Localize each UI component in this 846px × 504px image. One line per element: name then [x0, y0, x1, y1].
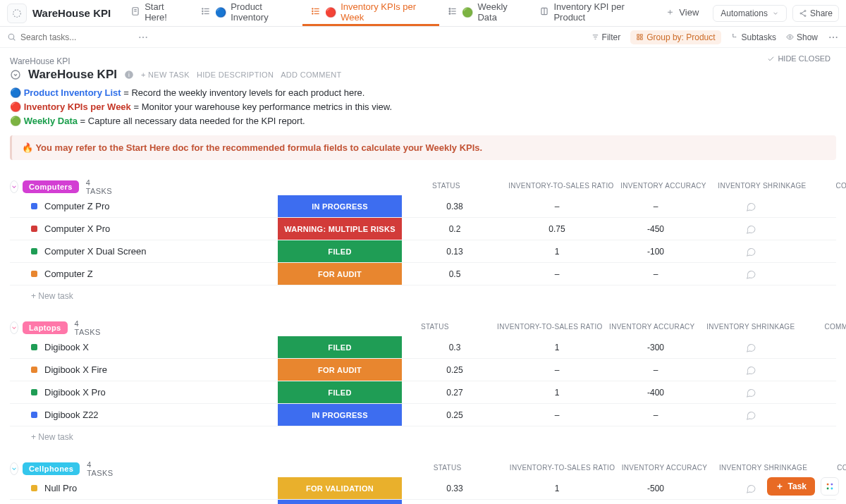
- workspace-title: WareHouse KPI: [32, 7, 111, 19]
- table-row[interactable]: Null ProFOR VALIDATION0.331-500: [10, 477, 836, 500]
- table-row[interactable]: Null miniIN PROGRESS0.5––: [10, 500, 836, 504]
- status-square: [31, 412, 37, 418]
- tab-label: Weekly Data: [477, 1, 522, 23]
- status-square: [31, 485, 37, 491]
- search: [7, 32, 591, 43]
- callout: 🔥 You may refer to the Start Here doc fo…: [10, 135, 836, 160]
- hide-description-button[interactable]: HIDE DESCRIPTION: [197, 70, 274, 79]
- tab-product-inventory[interactable]: 🔵Product Inventory: [192, 0, 302, 26]
- status-cell[interactable]: FOR AUDIT: [278, 263, 402, 285]
- group-by-button[interactable]: Group by: Product: [630, 30, 721, 44]
- comment-button[interactable]: [705, 342, 797, 353]
- task-name: Computer Z: [44, 269, 93, 279]
- table-row[interactable]: Computer X Dual ScreenFILED0.131-100: [10, 240, 836, 263]
- col-comments: COMMENTS: [813, 464, 846, 474]
- group-count: 4 TASKS: [86, 178, 112, 195]
- description-link[interactable]: Weekly Data: [24, 116, 78, 126]
- collapse-icon[interactable]: [10, 69, 21, 80]
- comment-button[interactable]: [705, 223, 797, 235]
- status-cell[interactable]: IN PROGRESS: [278, 404, 402, 426]
- ratio-cell: 0.25: [402, 365, 508, 375]
- add-comment-button[interactable]: ADD COMMENT: [281, 70, 341, 79]
- table-row[interactable]: Digibook Z22IN PROGRESS0.25––: [10, 404, 836, 426]
- tab-weekly-data[interactable]: 🟢Weekly Data: [439, 0, 531, 26]
- col-comments: COMMENTS: [811, 182, 846, 192]
- show-button[interactable]: Show: [786, 32, 818, 42]
- description-link[interactable]: Product Inventory List: [24, 87, 121, 98]
- svg-point-45: [833, 36, 834, 37]
- search-icon: [7, 32, 16, 42]
- svg-line-27: [802, 11, 804, 13]
- status-cell[interactable]: IN PROGRESS: [278, 500, 402, 504]
- group-collapse-button[interactable]: [10, 321, 18, 334]
- table-row[interactable]: Digibook X ProFILED0.271-400: [10, 381, 836, 404]
- table-row[interactable]: Digibook X FireFOR AUDIT0.25––: [10, 359, 836, 381]
- info-icon[interactable]: i: [124, 70, 134, 80]
- status-square: [31, 248, 37, 254]
- tab-inventory-kpis-per-week[interactable]: 🔴Inventory KPIs per Week: [302, 0, 439, 26]
- comment-button[interactable]: [705, 269, 797, 280]
- group-pill[interactable]: Cellphones: [23, 462, 80, 475]
- breadcrumb[interactable]: WareHouse KPI: [10, 56, 836, 66]
- status-cell[interactable]: WARNING: MULTIPLE RISKS: [278, 218, 402, 240]
- task-name: Computer X Pro: [44, 223, 110, 234]
- comment-button[interactable]: [705, 246, 797, 257]
- automations-button[interactable]: Automations: [713, 5, 787, 22]
- table-row[interactable]: Computer X ProWARNING: MULTIPLE RISKS0.2…: [10, 218, 836, 240]
- status-cell[interactable]: FILED: [278, 240, 402, 262]
- new-task-button[interactable]: + New task: [10, 426, 836, 442]
- group-pill[interactable]: Laptops: [23, 321, 68, 334]
- ratio-cell: 0.27: [402, 388, 508, 398]
- toolbar: Filter Group by: Product Subtasks Show: [0, 27, 846, 48]
- col-shrinkage: INVENTORY SHRINKAGE: [713, 182, 811, 192]
- col-comments: COMMENTS: [800, 323, 846, 333]
- table-row[interactable]: Computer ZFOR AUDIT0.5––: [10, 263, 836, 285]
- table-row[interactable]: Digibook XFILED0.31-300: [10, 336, 836, 359]
- description-link[interactable]: Inventory KPIs per Week: [24, 102, 131, 112]
- new-task-button[interactable]: + NEW TASK: [141, 70, 190, 79]
- share-button[interactable]: Share: [792, 5, 839, 22]
- svg-point-25: [800, 13, 802, 14]
- col-ratio: INVENTORY-TO-SALES RATIO: [497, 323, 603, 333]
- filter-button[interactable]: Filter: [591, 32, 621, 42]
- status-cell[interactable]: FOR AUDIT: [278, 359, 402, 381]
- svg-rect-39: [637, 37, 639, 39]
- apps-button[interactable]: [821, 477, 839, 496]
- group-computers: Computers4 TASKSSTATUSINVENTORY-TO-SALES…: [10, 178, 836, 301]
- tab-icon: [448, 6, 458, 18]
- status-cell[interactable]: IN PROGRESS: [278, 195, 402, 217]
- group-collapse-button[interactable]: [10, 462, 18, 475]
- new-task-fab[interactable]: Task: [767, 477, 815, 496]
- accuracy-cell: 1: [508, 247, 606, 257]
- accuracy-cell: 1: [508, 388, 606, 398]
- task-name: Computer Z Pro: [44, 201, 109, 211]
- ratio-cell: 0.33: [402, 484, 508, 493]
- subtasks-button[interactable]: Subtasks: [731, 32, 776, 42]
- new-task-button[interactable]: + New task: [10, 285, 836, 301]
- svg-point-64: [830, 487, 833, 489]
- group-pill[interactable]: Computers: [23, 180, 79, 193]
- tab-label: Start Here!: [145, 1, 184, 23]
- search-input[interactable]: [20, 32, 91, 42]
- svg-point-24: [804, 10, 806, 11]
- comment-button[interactable]: [705, 364, 797, 376]
- tab-inventory-kpi-per-product[interactable]: Inventory KPI per Product: [531, 0, 657, 26]
- svg-point-31: [139, 36, 140, 37]
- status-cell[interactable]: FILED: [278, 336, 402, 358]
- share-icon: [799, 9, 807, 18]
- comment-button[interactable]: [705, 410, 797, 421]
- workspace-icon[interactable]: [7, 4, 27, 23]
- svg-point-19: [449, 8, 450, 9]
- status-cell[interactable]: FOR VALIDATION: [278, 477, 402, 499]
- group-collapse-button[interactable]: [10, 180, 18, 193]
- comment-button[interactable]: [705, 201, 797, 212]
- content: WareHouse KPI WareHouse KPI i + NEW TASK…: [0, 48, 846, 504]
- status-cell[interactable]: FILED: [278, 381, 402, 403]
- tab-view[interactable]: ＋View: [657, 0, 707, 26]
- tab-start-here-[interactable]: Start Here!: [122, 0, 192, 26]
- table-row[interactable]: Computer Z ProIN PROGRESS0.38––: [10, 195, 836, 218]
- hide-closed-button[interactable]: HIDE CLOSED: [767, 54, 830, 63]
- more-horiz-icon[interactable]: [828, 32, 839, 43]
- more-icon[interactable]: [137, 32, 149, 43]
- comment-button[interactable]: [705, 387, 797, 398]
